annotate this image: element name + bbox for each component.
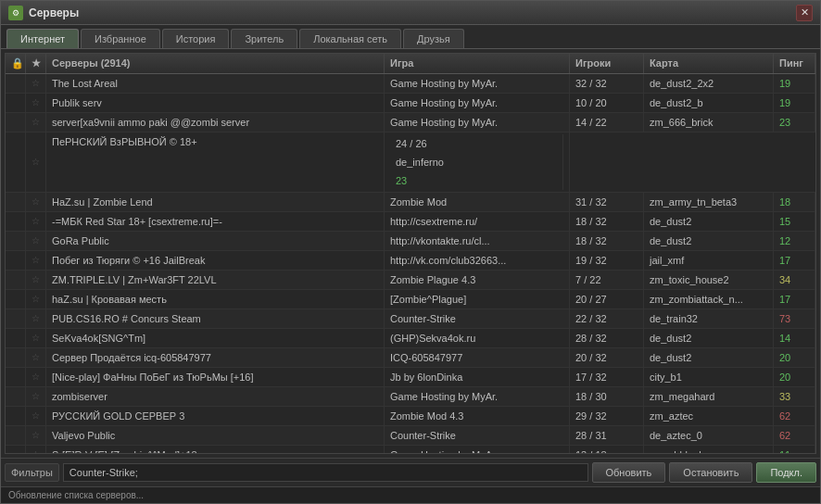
table-row[interactable]: ☆ [Nice-play] ФаНны ПоБеГ из ТюРьМы [+16… (6, 368, 815, 387)
cell-fav: ☆ (26, 309, 46, 328)
table-row[interactable]: ☆ haZ.su | Кровавая месть [Zombie^Plague… (6, 290, 815, 309)
cell-name: The Lost Areal (46, 74, 385, 93)
cell-fav: ☆ (26, 446, 46, 453)
col-ping[interactable]: Пинг (774, 54, 815, 73)
tab-2[interactable]: История (162, 29, 230, 48)
cell-ping: 19 (774, 74, 815, 93)
cell-players: 19 / 32 (570, 251, 644, 270)
table-body[interactable]: ☆ The Lost Areal Game Hosting by MyAr. 3… (6, 74, 815, 453)
table-row[interactable]: ☆ S-[E]R-V-[E]-[Zombie^^Mod]+18 Game Hos… (6, 446, 815, 453)
cell-game: Game Hosting by MyAr. (385, 387, 570, 406)
main-window: ⚙ Серверы ✕ ИнтернетИзбранноеИсторияЗрит… (0, 0, 821, 504)
tab-5[interactable]: Друзья (403, 29, 464, 48)
tab-3[interactable]: Зритель (231, 29, 297, 48)
star-icon: ☆ (32, 370, 40, 384)
star-icon: ☆ (32, 292, 40, 307)
table-row[interactable]: ☆ GoRa Public http://vkontakte.ru/cl... … (6, 232, 815, 251)
cell-fav: ☆ (26, 251, 46, 270)
star-icon: ☆ (32, 389, 40, 404)
status-bar: Обновление списка серверов... (1, 486, 820, 503)
connect-button[interactable]: Подкл. (756, 462, 816, 483)
table-row[interactable]: ☆ -=МБК Red Star 18+ [csextreme.ru]=- ht… (6, 212, 815, 232)
cell-ping: 18 (774, 193, 815, 211)
cell-name: Сервер Продаётся icq-605847977 (46, 348, 385, 367)
cell-players: 18 / 32 (570, 232, 644, 250)
cell-name: ПеРНСКИЙ ВзРЫВНОЙ © 18+ (46, 132, 385, 192)
cell-lock (6, 368, 26, 386)
cell-players: 29 / 32 (570, 407, 644, 425)
star-icon: ☆ (32, 428, 40, 443)
cell-game: http://csextreme.ru/ (385, 212, 570, 231)
col-players[interactable]: Игроки (570, 54, 644, 73)
table-row[interactable]: ☆ PUB.CS16.RO # Concurs Steam Counter-St… (6, 309, 815, 329)
table-row[interactable]: ☆ Побег из Тюряги © +16 JailBreak http:/… (6, 251, 815, 271)
cell-players: 31 / 32 (570, 193, 644, 211)
cell-map: de_dust2 (644, 348, 774, 367)
cell-map: city_b1 (644, 368, 774, 386)
table-row[interactable]: ☆ Сервер Продаётся icq-605847977 ICQ-605… (6, 348, 815, 368)
cell-name: Valjevo Public (46, 426, 385, 445)
filter-input[interactable] (63, 463, 588, 482)
cell-fav: ☆ (26, 271, 46, 289)
table-row[interactable]: ☆ The Lost Areal Game Hosting by MyAr. 3… (6, 74, 815, 94)
cell-lock (6, 309, 26, 328)
table-row[interactable]: ☆ server[xa9vnii ammo paki @@zombi serve… (6, 113, 815, 132)
cell-game: Game Hosting by MyAr. (385, 94, 570, 112)
cell-fav: ☆ (26, 232, 46, 250)
cell-map: de_dust2_b (644, 94, 774, 112)
cell-lock (6, 113, 26, 132)
title-bar: ⚙ Серверы ✕ (1, 1, 820, 25)
col-fav[interactable]: ★ (26, 54, 46, 73)
close-button[interactable]: ✕ (796, 5, 813, 21)
cell-ping: 62 (774, 426, 815, 445)
cell-lock (6, 193, 26, 211)
table-row[interactable]: ☆ HaZ.su | Zombie Lend Zombie Mod 31 / 3… (6, 193, 815, 212)
cell-map: zm_zombiattack_n... (644, 290, 774, 309)
table-row[interactable]: ☆ SeKva4ok[SNG^Tm] (GHP)Sekva4ok.ru 28 /… (6, 329, 815, 348)
cell-players: 18 / 30 (570, 387, 644, 406)
cell-map: de_dust2 (644, 232, 774, 250)
col-map[interactable]: Карта (644, 54, 774, 73)
cell-game: Zombie Mod 4.3 (385, 407, 570, 425)
cell-map: zm_army_tn_beta3 (644, 193, 774, 211)
cell-name: [Nice-play] ФаНны ПоБеГ из ТюРьМы [+16] (46, 368, 385, 386)
star-icon: ☆ (32, 447, 40, 453)
cell-lock (6, 232, 26, 250)
star-icon: ☆ (32, 214, 40, 229)
cell-map: zm_aztec (644, 407, 774, 425)
cell-ping: 15 (774, 212, 815, 231)
cell-game: Game Hosting by MyAr. (385, 113, 570, 132)
cell-lock (6, 426, 26, 445)
cell-fav: ☆ (26, 94, 46, 112)
cell-ping: 17 (774, 251, 815, 270)
cell-players: 20 / 27 (570, 290, 644, 309)
star-icon: ☆ (32, 350, 40, 365)
table-row[interactable]: ☆ РУССКИЙ GOLD СЕРВЕР 3 Zombie Mod 4.3 2… (6, 407, 815, 426)
tab-1[interactable]: Избранное (81, 29, 160, 48)
col-name[interactable]: Серверы (2914) (46, 54, 385, 73)
table-row[interactable]: ☆ zombiserver Game Hosting by MyAr. 18 /… (6, 387, 815, 407)
refresh-button[interactable]: Обновить (592, 462, 666, 483)
cell-name: PUB.CS16.RO # Concurs Steam (46, 309, 385, 328)
cell-ping: 23 (774, 113, 815, 132)
cell-lock (6, 94, 26, 112)
stop-button[interactable]: Остановить (669, 462, 752, 483)
bottom-bar: Фильтры Обновить Остановить Подкл. (1, 458, 820, 486)
col-game[interactable]: Игра (385, 54, 570, 73)
tab-0[interactable]: Интернет (6, 29, 79, 48)
col-lock[interactable]: 🔒 (6, 54, 26, 73)
cell-ping: 11 (774, 446, 815, 453)
table-row[interactable]: ☆ Publik serv Game Hosting by MyAr. 10 /… (6, 94, 815, 113)
content-area: 🔒 ★ Серверы (2914) Игра Игроки Карта Пин… (1, 49, 820, 458)
table-row[interactable]: ☆ ZM.TRIPLE.LV | Zm+War3FT 22LVL Zombie … (6, 271, 815, 290)
cell-game: ICQ-605847977 (385, 348, 570, 367)
cell-game: 24 / 26 de_inferno 23 (385, 132, 570, 192)
server-table: 🔒 ★ Серверы (2914) Игра Игроки Карта Пин… (5, 53, 816, 454)
tab-4[interactable]: Локальная сеть (299, 29, 401, 48)
star-icon: ☆ (32, 195, 40, 209)
cell-name: Побег из Тюряги © +16 JailBreak (46, 251, 385, 270)
table-row[interactable]: ☆ ПеРНСКИЙ ВзРЫВНОЙ © 18+ 24 / 26 de_inf… (6, 132, 815, 193)
filter-button[interactable]: Фильтры (5, 463, 59, 482)
table-row[interactable]: ☆ Valjevo Public Counter-Strike 28 / 31 … (6, 426, 815, 446)
star-icon: ☆ (32, 253, 40, 268)
